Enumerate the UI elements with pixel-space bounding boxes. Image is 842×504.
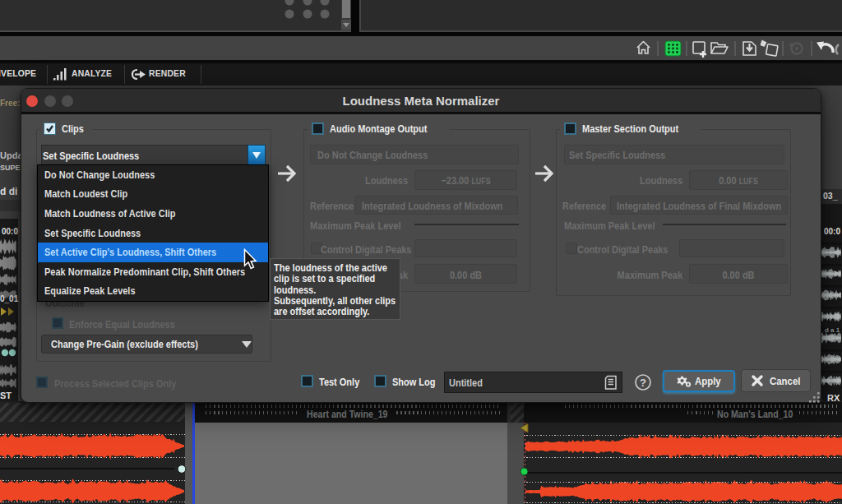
svg-text:?: ?	[640, 377, 646, 389]
